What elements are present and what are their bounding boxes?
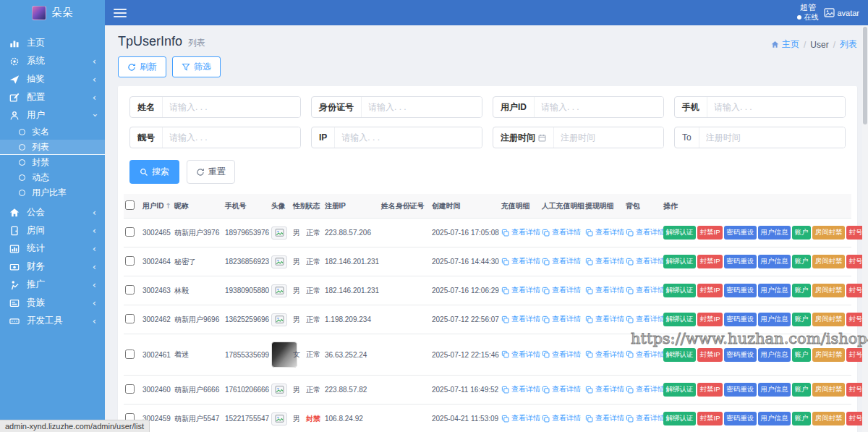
- action-button-red[interactable]: 封禁IP: [697, 412, 723, 425]
- view-details-link[interactable]: 查看详情: [626, 350, 665, 360]
- action-button-green[interactable]: 解绑认证: [663, 348, 696, 362]
- view-details-link[interactable]: 查看详情: [585, 384, 624, 394]
- action-button-green[interactable]: 账户: [792, 383, 811, 397]
- action-button-orange[interactable]: 房间封禁: [812, 226, 845, 240]
- action-button-blue[interactable]: 密码重设: [724, 383, 757, 397]
- action-button-green[interactable]: 解绑认证: [663, 383, 696, 397]
- action-button-blue[interactable]: 用户信息: [758, 226, 791, 240]
- sidebar-item-noble[interactable]: 贵族 ‹: [0, 294, 105, 312]
- action-button-green[interactable]: 账户: [792, 348, 811, 362]
- view-details-link[interactable]: 查看详情: [585, 256, 624, 266]
- sort-arrow-icon[interactable]: ↑: [165, 202, 171, 210]
- action-button-blue[interactable]: 密码重设: [724, 226, 757, 240]
- avatar[interactable]: avatar: [824, 8, 859, 17]
- action-button-green[interactable]: 解绑认证: [663, 412, 696, 425]
- view-details-link[interactable]: 查看详情: [626, 314, 665, 324]
- user-avatar-broken[interactable]: [271, 313, 287, 326]
- sidebar-subitem-moments[interactable]: 动态: [0, 170, 105, 185]
- action-button-orange[interactable]: 房间封禁: [812, 284, 845, 297]
- idcard-field[interactable]: [362, 97, 482, 117]
- sidebar-item-user[interactable]: 用户 ‹: [0, 106, 105, 124]
- action-button-green[interactable]: 解绑认证: [663, 313, 696, 326]
- action-button-orange[interactable]: 房间封禁: [812, 348, 845, 362]
- hamburger-menu-icon[interactable]: [114, 7, 127, 20]
- view-details-link[interactable]: 查看详情: [585, 227, 624, 237]
- action-button-orange[interactable]: 房间封禁: [812, 383, 845, 397]
- action-button-blue[interactable]: 用户信息: [758, 383, 791, 397]
- sidebar-item-stats[interactable]: 统计 ‹: [0, 240, 105, 258]
- view-details-link[interactable]: 查看详情: [542, 256, 581, 266]
- action-button-red[interactable]: 封禁IP: [697, 313, 723, 326]
- sidebar-item-system[interactable]: 系统 ‹: [0, 52, 105, 70]
- action-button-blue[interactable]: 用户信息: [758, 348, 791, 362]
- action-button-green[interactable]: 解绑认证: [663, 255, 696, 268]
- sidebar-subitem-user-ratio[interactable]: 用户比率: [0, 185, 105, 200]
- action-button-green[interactable]: 解绑认证: [663, 284, 696, 297]
- prettyno-field[interactable]: [163, 127, 300, 148]
- view-details-link[interactable]: 查看详情: [542, 285, 581, 295]
- view-details-link[interactable]: 查看详情: [501, 314, 540, 324]
- view-details-link[interactable]: 查看详情: [542, 350, 581, 360]
- action-button-blue[interactable]: 密码重设: [724, 255, 757, 268]
- userid-field[interactable]: [535, 97, 663, 117]
- view-details-link[interactable]: 查看详情: [501, 256, 540, 266]
- row-checkbox[interactable]: [125, 285, 135, 295]
- sidebar-item-guild[interactable]: 公会 ‹: [0, 203, 105, 221]
- sidebar-item-devtools[interactable]: 开发工具 ‹: [0, 312, 105, 330]
- row-checkbox[interactable]: [125, 227, 135, 237]
- breadcrumb-current[interactable]: 列表: [840, 38, 857, 51]
- action-button-green[interactable]: 账户: [792, 412, 811, 425]
- reset-button[interactable]: 重置: [187, 160, 235, 184]
- action-button-orange[interactable]: 房间封禁: [812, 313, 845, 326]
- action-button-red[interactable]: 封禁IP: [697, 226, 723, 240]
- view-details-link[interactable]: 查看详情: [501, 413, 540, 423]
- view-details-link[interactable]: 查看详情: [626, 256, 665, 266]
- sidebar-subitem-list[interactable]: 列表: [0, 140, 105, 155]
- view-details-link[interactable]: 查看详情: [626, 384, 665, 394]
- action-button-blue[interactable]: 用户信息: [758, 284, 791, 297]
- view-details-link[interactable]: 查看详情: [501, 285, 540, 295]
- view-details-link[interactable]: 查看详情: [542, 314, 581, 324]
- view-details-link[interactable]: 查看详情: [542, 384, 581, 394]
- action-button-blue[interactable]: 用户信息: [758, 313, 791, 326]
- view-details-link[interactable]: 查看详情: [501, 384, 540, 394]
- app-logo[interactable]: 朵朵: [0, 0, 105, 25]
- view-details-link[interactable]: 查看详情: [542, 227, 581, 237]
- action-button-green[interactable]: 解绑认证: [663, 226, 696, 240]
- action-button-green[interactable]: 账户: [792, 313, 811, 326]
- sidebar-item-config[interactable]: 配置 ‹: [0, 88, 105, 106]
- user-avatar-broken[interactable]: [271, 226, 287, 240]
- row-checkbox[interactable]: [125, 384, 135, 394]
- user-avatar-broken[interactable]: [271, 384, 287, 397]
- action-button-blue[interactable]: 用户信息: [758, 255, 791, 268]
- user-avatar-broken[interactable]: [271, 255, 287, 268]
- user-avatar-broken[interactable]: [271, 284, 287, 297]
- scrollbar[interactable]: [862, 25, 868, 432]
- action-button-blue[interactable]: 用户信息: [758, 412, 791, 425]
- view-details-link[interactable]: 查看详情: [501, 350, 540, 360]
- search-button[interactable]: 搜索: [129, 160, 179, 184]
- view-details-link[interactable]: 查看详情: [626, 227, 665, 237]
- action-button-orange[interactable]: 房间封禁: [812, 412, 845, 425]
- action-button-green[interactable]: 账户: [792, 284, 811, 297]
- view-details-link[interactable]: 查看详情: [501, 227, 540, 237]
- view-details-link[interactable]: 查看详情: [585, 413, 624, 423]
- sidebar-item-finance[interactable]: 财务 ‹: [0, 258, 105, 276]
- action-button-red[interactable]: 封禁IP: [697, 255, 723, 268]
- action-button-blue[interactable]: 密码重设: [724, 348, 757, 362]
- breadcrumb-home[interactable]: 主页: [771, 38, 799, 51]
- action-button-red[interactable]: 封禁IP: [697, 284, 723, 297]
- action-button-blue[interactable]: 密码重设: [724, 284, 757, 297]
- view-details-link[interactable]: 查看详情: [585, 314, 624, 324]
- user-avatar-broken[interactable]: [271, 412, 287, 425]
- row-checkbox[interactable]: [125, 256, 135, 266]
- sidebar-subitem-realname[interactable]: 实名: [0, 124, 105, 140]
- column-header[interactable]: 用户ID↑: [141, 194, 173, 219]
- view-details-link[interactable]: 查看详情: [585, 350, 624, 360]
- phone-field[interactable]: [707, 97, 845, 117]
- sidebar-item-promote[interactable]: 推广 ‹: [0, 276, 105, 294]
- filter-button[interactable]: 筛选: [172, 56, 221, 77]
- refresh-button[interactable]: 刷新: [118, 56, 166, 77]
- view-details-link[interactable]: 查看详情: [585, 285, 624, 295]
- view-details-link[interactable]: 查看详情: [626, 413, 665, 423]
